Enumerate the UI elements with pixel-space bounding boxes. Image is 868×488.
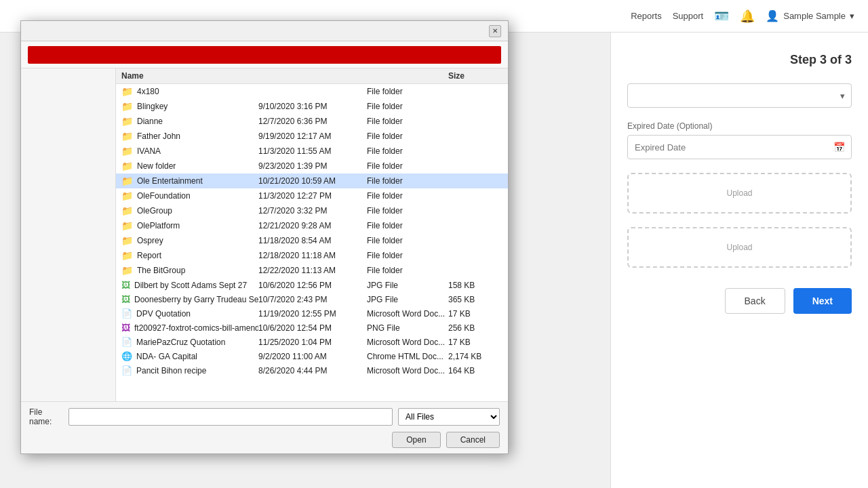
- folder-icon: 📁: [121, 131, 133, 142]
- file-name-cell: 📁 New folder: [121, 161, 258, 171]
- folder-icon: 📁: [121, 265, 133, 276]
- file-size: 256 KB: [448, 323, 502, 333]
- upload-box-secondary[interactable]: Upload: [627, 227, 852, 268]
- file-date: 11/25/2020 1:04 PM: [258, 338, 367, 347]
- file-name-cell: 📁 Ole Entertainment: [121, 176, 258, 186]
- file-name: DPV Quotation: [136, 309, 191, 319]
- file-name-cell: 📁 OleGroup: [121, 205, 258, 216]
- table-row[interactable]: 📁 OleGroup 12/7/2020 3:32 PM File folder: [116, 203, 508, 218]
- file-name-cell: 🖼 Doonesberry by Garry Trudeau September…: [121, 294, 258, 304]
- dialog-toolbar: [21, 41, 508, 68]
- cancel-button[interactable]: Cancel: [446, 432, 500, 448]
- col-date: [258, 71, 367, 81]
- dialog-close-button[interactable]: ✕: [489, 25, 501, 37]
- calendar-icon[interactable]: 📅: [833, 142, 845, 152]
- file-name: Father John: [137, 131, 180, 141]
- file-name: OlePlatform: [137, 221, 180, 230]
- table-row[interactable]: 📁 OlePlatform 12/21/2020 9:28 AM File fo…: [116, 218, 508, 233]
- table-row[interactable]: 📁 4x180 File folder: [116, 84, 508, 99]
- table-row[interactable]: 📁 IVANA 11/3/2020 11:55 AM File folder: [116, 144, 508, 159]
- file-name: The BitGroup: [137, 266, 185, 275]
- table-row[interactable]: 📄 DPV Quotation 11/19/2020 12:55 PM Micr…: [116, 306, 508, 321]
- html-file-icon: 🌐: [121, 351, 132, 361]
- select-wrapper: [627, 83, 852, 108]
- file-rows-container: 📁 4x180 File folder 📁 Blingkey 9/10/2020…: [116, 84, 508, 378]
- open-button[interactable]: Open: [392, 432, 440, 448]
- nav-support[interactable]: Support: [673, 11, 704, 21]
- table-row[interactable]: 📁 Osprey 11/18/2020 8:54 AM File folder: [116, 233, 508, 248]
- filename-input[interactable]: [68, 408, 393, 426]
- table-row[interactable]: 📁 The BitGroup 12/22/2020 11:13 AM File …: [116, 263, 508, 278]
- file-name: Dianne: [137, 117, 163, 126]
- table-row[interactable]: 📁 Father John 9/19/2020 12:17 AM File fo…: [116, 129, 508, 144]
- jpg-file-icon: 🖼: [121, 294, 130, 304]
- file-type: File folder: [367, 251, 448, 260]
- table-row[interactable]: 📁 New folder 9/23/2020 1:39 PM File fold…: [116, 159, 508, 174]
- file-name: IVANA: [137, 146, 161, 156]
- file-type: File folder: [367, 146, 448, 156]
- table-row[interactable]: 📁 Ole Entertainment 10/21/2020 10:59 AM …: [116, 174, 508, 188]
- type-select[interactable]: [627, 83, 852, 108]
- file-date: 10/6/2020 12:54 PM: [258, 323, 367, 333]
- table-row[interactable]: 📁 Dianne 12/7/2020 6:36 PM File folder: [116, 114, 508, 129]
- table-row[interactable]: 📁 OleFoundation 11/3/2020 12:27 PM File …: [116, 188, 508, 203]
- file-type: Microsoft Word Doc...: [367, 309, 448, 319]
- file-name: Doonesberry by Garry Trudeau September 2…: [134, 295, 258, 304]
- file-name: Ole Entertainment: [137, 176, 203, 186]
- col-type: [367, 71, 448, 81]
- back-button[interactable]: Back: [725, 288, 785, 314]
- table-row[interactable]: 📁 Blingkey 9/10/2020 3:16 PM File folder: [116, 99, 508, 114]
- file-name-cell: 📄 Pancit Bihon recipe: [121, 365, 258, 375]
- file-name: NDA- GA Capital: [136, 352, 197, 361]
- nav-user[interactable]: 👤 Sample Sample ▾: [766, 9, 854, 22]
- file-date: 12/18/2020 11:18 AM: [258, 251, 367, 260]
- file-type: File folder: [367, 87, 448, 96]
- file-dialog: ✕ Name Size 📁 4x180 File folder: [20, 20, 509, 454]
- table-row[interactable]: 🌐 NDA- GA Capital 9/2/2020 11:00 AM Chro…: [116, 349, 508, 363]
- upload-label-secondary: Upload: [726, 243, 752, 252]
- filetype-select[interactable]: All Files: [398, 408, 500, 426]
- file-name-cell: 📁 The BitGroup: [121, 265, 258, 276]
- table-row[interactable]: 📄 MariePazCruz Quotation 11/25/2020 1:04…: [116, 335, 508, 349]
- file-name: Osprey: [137, 236, 163, 245]
- file-name-cell: 🖼 ft200927-foxtrot-comics-bill-amend-zwo…: [121, 323, 258, 333]
- dialog-content: Name Size 📁 4x180 File folder 📁 Blingkey…: [21, 68, 508, 401]
- table-row[interactable]: 🖼 Dilbert by Scott Adams Sept 27 10/6/20…: [116, 278, 508, 292]
- expired-date-input[interactable]: [627, 135, 852, 159]
- file-name-cell: 📁 OleFoundation: [121, 190, 258, 201]
- address-bar[interactable]: [28, 46, 501, 64]
- file-date: 12/7/2020 3:32 PM: [258, 206, 367, 216]
- table-row[interactable]: 🖼 Doonesberry by Garry Trudeau September…: [116, 292, 508, 306]
- file-type: File folder: [367, 236, 448, 245]
- filename-label: File name:: [29, 407, 63, 426]
- file-date: 10/21/2020 10:59 AM: [258, 176, 367, 186]
- card-icon: 🪪: [714, 9, 729, 24]
- file-name-cell: 📁 4x180: [121, 86, 258, 97]
- next-button[interactable]: Next: [793, 288, 852, 314]
- table-row[interactable]: 🖼 ft200927-foxtrot-comics-bill-amend-zwo…: [116, 321, 508, 335]
- file-type: File folder: [367, 221, 448, 230]
- folder-icon: 📁: [121, 176, 133, 186]
- upload-box-primary[interactable]: Upload: [627, 173, 852, 214]
- folder-icon: 📁: [121, 220, 133, 231]
- expired-date-label: Expired Date (Optional): [627, 121, 852, 131]
- step-label: Step 3 of 3: [627, 53, 852, 67]
- date-wrapper: 📅: [627, 135, 852, 159]
- table-row[interactable]: 📁 Report 12/18/2020 11:18 AM File folder: [116, 248, 508, 263]
- file-name: Blingkey: [137, 102, 167, 111]
- file-name: OleGroup: [137, 206, 172, 216]
- file-size: 17 KB: [448, 309, 502, 319]
- col-size: Size: [448, 71, 502, 81]
- nav-reports[interactable]: Reports: [631, 11, 662, 21]
- file-date: 12/7/2020 6:36 PM: [258, 117, 367, 126]
- folder-icon: 📁: [121, 190, 133, 201]
- file-name-cell: 📁 OlePlatform: [121, 220, 258, 231]
- file-name-cell: 📄 DPV Quotation: [121, 308, 258, 319]
- doc-file-icon: 📄: [121, 365, 132, 375]
- table-row[interactable]: 📄 Pancit Bihon recipe 8/26/2020 4:44 PM …: [116, 363, 508, 378]
- expired-date-section: Expired Date (Optional) 📅: [627, 121, 852, 159]
- file-type: File folder: [367, 117, 448, 126]
- file-type: File folder: [367, 102, 448, 111]
- file-size: 17 KB: [448, 338, 502, 347]
- file-size: 164 KB: [448, 366, 502, 375]
